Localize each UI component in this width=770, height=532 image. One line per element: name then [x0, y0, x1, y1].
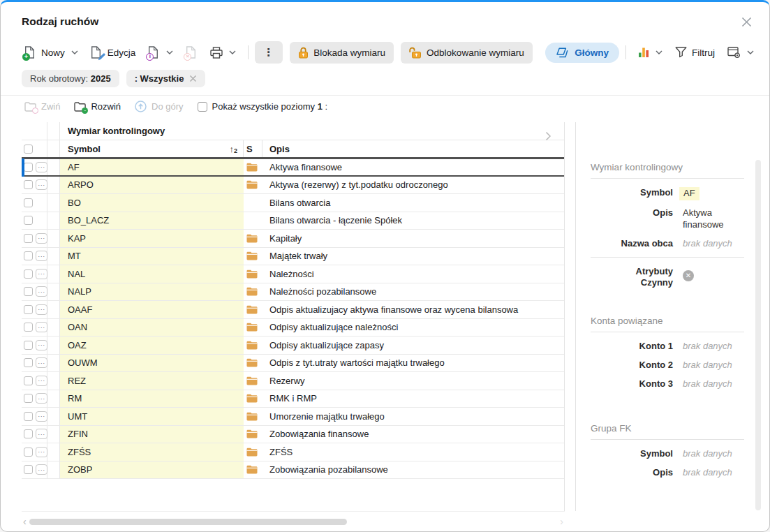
all-filter-chip[interactable]: : Wszystkie: [126, 70, 206, 87]
table-row[interactable]: ··· KAP Kapitały: [22, 230, 564, 248]
attribute-remove-icon[interactable]: ✕: [683, 270, 694, 281]
close-icon[interactable]: [739, 14, 754, 29]
table-row[interactable]: ··· ZOBP Zobowiązania pozabilansowe: [22, 461, 564, 480]
collapse-button[interactable]: Zwiń: [24, 101, 60, 112]
table-row[interactable]: ··· OAN Odpisy aktualizujące należności: [22, 319, 564, 337]
panel-vertical-scrollbar[interactable]: [755, 160, 761, 510]
main-view-button[interactable]: Główny: [545, 43, 619, 63]
panel-symbol-label: Symbol: [591, 187, 673, 198]
table-row[interactable]: ··· BO Bilans otwarcia: [22, 194, 564, 212]
row-description: RMK i RMP: [269, 393, 317, 404]
table-header-row: Symbol ↑2 S Opis: [22, 140, 564, 158]
row-actions-button[interactable]: ···: [36, 393, 47, 404]
sort-ascending-icon[interactable]: ↑2: [229, 144, 237, 154]
view-settings-button[interactable]: [722, 43, 760, 63]
row-actions-button[interactable]: ···: [36, 269, 47, 279]
row-description: Odpisy aktualizujące należności: [269, 322, 398, 332]
row-checkbox[interactable]: [24, 287, 33, 296]
chip-close-icon[interactable]: [189, 75, 197, 82]
select-all-checkbox[interactable]: [24, 145, 33, 154]
show-all-levels-toggle[interactable]: Pokaż wszystkie poziomy 1 :: [198, 101, 328, 112]
row-checkbox[interactable]: [24, 198, 33, 207]
document-info-button[interactable]: i: [142, 42, 179, 64]
bar-chart-icon: [638, 47, 649, 58]
row-checkbox[interactable]: [24, 448, 33, 457]
unlock-dimension-button[interactable]: Odblokowanie wymiaru: [401, 42, 533, 64]
row-checkbox[interactable]: [24, 376, 33, 385]
panel-expand-chevron-icon[interactable]: [545, 131, 551, 141]
panel-grupa-opis-value: brak danych: [683, 467, 732, 479]
lock-open-icon: [409, 47, 422, 59]
chart-button[interactable]: [632, 43, 668, 62]
horizontal-scroll-thumb[interactable]: [29, 519, 347, 525]
table-row[interactable]: ··· ZFIN Zobowiązania finansowe: [22, 426, 564, 444]
row-checkbox[interactable]: [24, 341, 33, 350]
window-gear-icon: [727, 47, 741, 59]
table-row[interactable]: ··· OUWM Odpis z tyt.utraty wartości maj…: [22, 355, 564, 373]
row-actions-button[interactable]: ···: [36, 179, 47, 190]
row-checkbox[interactable]: [24, 394, 33, 403]
table-row[interactable]: ··· BO_LACZ Bilans otwarcia - łączenie S…: [22, 212, 564, 230]
row-checkbox[interactable]: [24, 323, 33, 332]
row-checkbox[interactable]: [24, 465, 33, 474]
folder-icon: [246, 251, 258, 260]
show-all-levels-checkbox[interactable]: [198, 102, 207, 112]
row-actions-button[interactable]: ···: [36, 411, 47, 422]
table-row[interactable]: ··· MT Majątek trwały: [22, 248, 564, 266]
scroll-right-icon[interactable]: ›: [560, 516, 563, 527]
row-checkbox[interactable]: [24, 305, 33, 314]
row-actions-button[interactable]: ···: [36, 429, 47, 439]
table-row[interactable]: ··· AF Aktywa finansowe: [22, 158, 564, 177]
row-description: Odpis z tyt.utraty wartości majątku trwa…: [269, 357, 445, 368]
row-actions-button[interactable]: ···: [36, 447, 47, 457]
row-actions-button[interactable]: ···: [36, 233, 47, 244]
print-button[interactable]: [205, 43, 242, 63]
fiscal-year-chip[interactable]: Rok obrotowy: 2025: [22, 70, 119, 87]
row-checkbox[interactable]: [24, 429, 33, 438]
row-checkbox[interactable]: [24, 163, 33, 172]
row-actions-button[interactable]: ···: [36, 304, 47, 315]
s-column-header[interactable]: S: [244, 140, 262, 157]
row-actions-button[interactable]: ···: [36, 357, 47, 368]
new-button[interactable]: + Nowy: [19, 42, 84, 64]
expand-folder-icon: -: [74, 102, 86, 112]
row-actions-button[interactable]: ···: [36, 322, 47, 332]
row-checkbox[interactable]: [24, 269, 33, 279]
row-checkbox[interactable]: [24, 358, 33, 367]
table-row[interactable]: ··· ARPO Aktywa (rezerwy) z tyt.podatku …: [22, 177, 564, 195]
row-actions-button[interactable]: ···: [36, 251, 47, 261]
row-actions-button[interactable]: ···: [36, 286, 47, 297]
table-row[interactable]: ··· OAAF Odpis aktualizujacy aktywa fina…: [22, 301, 564, 319]
row-checkbox[interactable]: [24, 216, 33, 225]
filter-button[interactable]: Filtruj: [669, 43, 720, 62]
row-actions-button[interactable]: ···: [36, 376, 47, 386]
row-checkbox[interactable]: [24, 412, 33, 421]
panel-konto2-value: brak danych: [683, 360, 732, 371]
table-row[interactable]: ··· REZ Rezerwy: [22, 372, 564, 390]
row-actions-button[interactable]: ···: [36, 340, 47, 350]
more-actions-button[interactable]: ⋮: [255, 41, 283, 64]
row-actions-button[interactable]: ···: [36, 464, 47, 475]
table-row[interactable]: ··· NALP Należności pozabilansowe: [22, 283, 564, 302]
table-row[interactable]: ··· RM RMK i RMP: [22, 390, 564, 408]
scroll-left-icon[interactable]: ‹: [23, 516, 27, 527]
panel-foreign-name-value: brak danych: [683, 238, 732, 250]
table-row[interactable]: ··· NAL Należności: [22, 265, 564, 283]
table-row[interactable]: ··· OAZ Odpisy aktualizujące zapasy: [22, 337, 564, 355]
expand-button[interactable]: - Rozwiń: [74, 101, 121, 112]
panel-konto2-label: Konto 2: [591, 360, 673, 371]
table-row[interactable]: ··· ZFŚS ZFŚS: [22, 443, 564, 461]
row-checkbox[interactable]: [24, 234, 33, 243]
row-checkbox[interactable]: [24, 180, 33, 189]
symbol-column-header[interactable]: Symbol ↑2: [60, 140, 244, 157]
table-row[interactable]: ··· UMT Umorzenie majątku trwałego: [22, 408, 564, 426]
horizontal-scrollbar[interactable]: ‹ ›: [22, 511, 565, 531]
row-actions-button[interactable]: ···: [36, 162, 47, 172]
go-up-button[interactable]: Do góry: [135, 101, 184, 112]
edit-button[interactable]: Edycja: [85, 42, 142, 64]
panel-konto1-field: Konto 1 brak danych: [591, 341, 751, 353]
row-checkbox[interactable]: [24, 251, 33, 260]
delete-button[interactable]: ×: [180, 42, 203, 64]
opis-column-header[interactable]: Opis: [262, 140, 564, 157]
lock-dimension-button[interactable]: Blokada wymiaru: [290, 42, 394, 64]
